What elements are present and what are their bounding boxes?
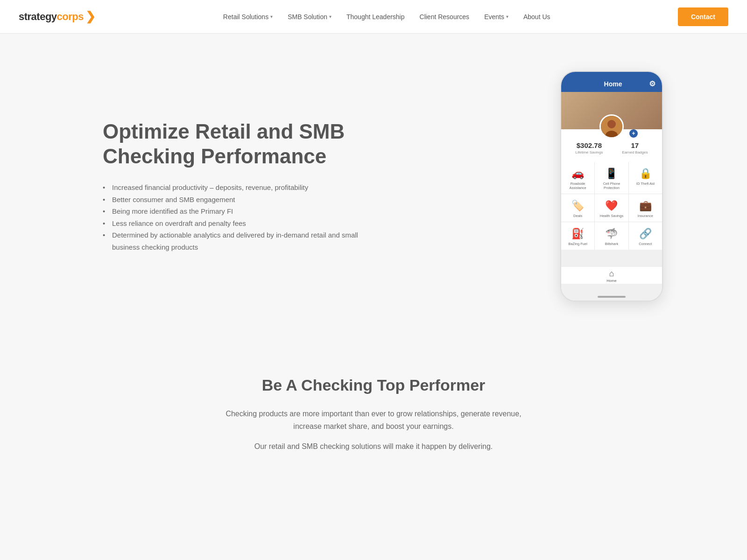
grid-item-billshark[interactable]: 🦈 Billshark [595,222,628,250]
hero-bullets: Increased financial productivity – depos… [103,182,374,253]
phone-header: Home ⚙ [561,76,662,92]
phone-grid: 🚗 Roadside Assistance 📱 Cell Phone Prote… [561,162,662,250]
phone-device: Home ⚙ + $302.7 [560,71,663,301]
grid-item-roadside[interactable]: 🚗 Roadside Assistance [561,162,594,194]
phone-status-bar [561,72,662,76]
grid-item-insurance[interactable]: 💼 Insurance [629,194,662,222]
nav-links-list: Retail Solutions ▾ SMB Solution ▾ Though… [223,13,550,21]
contact-button[interactable]: Contact [678,7,728,26]
nav-link-thought-leadership[interactable]: Thought Leadership [346,13,405,21]
id-theft-icon: 🔒 [639,168,652,180]
bullet-2: Better consumer and SMB engagement [103,194,374,206]
chevron-down-icon: ▾ [329,14,331,19]
bullet-3: Being more identified as the Primary FI [103,205,374,217]
deals-icon: 🏷️ [571,200,584,212]
nav-link-smb-solution[interactable]: SMB Solution ▾ [288,13,331,21]
stat-savings-value: $302.78 [576,141,603,149]
avatar [599,114,624,139]
fuel-icon: ⛽ [571,228,584,240]
checker-section: Be A Checking Top Performer Checking pro… [0,339,747,489]
chevron-down-icon: ▾ [506,14,508,19]
grid-label-deals: Deals [573,214,582,218]
nav-item-client-resources[interactable]: Client Resources [420,13,470,21]
chevron-down-icon: ▾ [270,14,273,19]
grid-item-health-savings[interactable]: ❤️ Health Savings [595,194,628,222]
nav-link-retail-solutions[interactable]: Retail Solutions ▾ [223,13,273,21]
checker-body-2: Our retail and SMB checking solutions wi… [224,440,523,453]
svg-point-1 [607,120,616,128]
bullet-5: Determined by actionable analytics and d… [103,229,374,253]
bullet-1: Increased financial productivity – depos… [103,182,374,194]
checker-heading: Be A Checking Top Performer [19,376,728,394]
phone-nav-home-label: Home [606,279,616,283]
nav-item-retail-solutions[interactable]: Retail Solutions ▾ [223,13,273,21]
stat-badges: 17 Earned Badges [622,141,648,154]
grid-item-cell-phone[interactable]: 📱 Cell Phone Protection [595,162,628,194]
navigation: strategycorps ❯ Retail Solutions ▾ SMB S… [0,0,747,34]
phone-mockup: Home ⚙ + $302.7 [560,71,663,301]
phone-hero-image: + [561,92,662,129]
grid-item-bazing-fuel[interactable]: ⛽ BaZing Fuel [561,222,594,250]
logo-corps: corps [57,11,84,23]
grid-label-roadside: Roadside Assistance [563,182,592,190]
grid-label-connect: Connect [639,242,652,246]
gear-icon: ⚙ [649,79,655,88]
nav-item-about-us[interactable]: About Us [523,13,550,21]
grid-label-id-theft: ID Theft Aid [636,182,655,186]
phone-bottom-bar [561,284,662,301]
plus-icon: + [629,129,638,138]
insurance-icon: 💼 [639,200,652,212]
grid-item-id-theft[interactable]: 🔒 ID Theft Aid [629,162,662,194]
nav-link-client-resources[interactable]: Client Resources [420,13,470,21]
hero-heading: Optimize Retail and SMB Checking Perform… [103,119,374,169]
stat-badges-label: Earned Badges [622,150,648,154]
health-icon: ❤️ [605,200,618,212]
home-icon: ⌂ [609,269,614,279]
brand-logo[interactable]: strategycorps ❯ [19,9,96,24]
stat-savings: $302.78 Lifetime Savings [576,141,603,154]
grid-label-billshark: Billshark [605,242,618,246]
cellphone-icon: 📱 [605,168,618,180]
nav-item-smb-solution[interactable]: SMB Solution ▾ [288,13,331,21]
hero-section: Optimize Retail and SMB Checking Perform… [0,34,747,339]
checker-body-1: Checking products are more important tha… [224,407,523,433]
grid-label-cell-phone: Cell Phone Protection [597,182,626,190]
connect-icon: 🔗 [639,228,652,240]
billshark-icon: 🦈 [605,228,618,240]
phone-header-title: Home [604,80,622,88]
nav-link-about-us[interactable]: About Us [523,13,550,21]
hero-content: Optimize Retail and SMB Checking Perform… [103,119,374,253]
nav-item-events[interactable]: Events ▾ [484,13,508,21]
phone-nav-bar: ⌂ Home [561,266,662,284]
logo-chevron-icon: ❯ [85,9,96,24]
nav-link-events[interactable]: Events ▾ [484,13,508,21]
phone-empty-row [561,250,662,266]
stat-badges-value: 17 [622,141,648,149]
nav-item-thought-leadership[interactable]: Thought Leadership [346,13,405,21]
grid-item-connect[interactable]: 🔗 Connect [629,222,662,250]
home-indicator [598,296,626,298]
stat-savings-label: Lifetime Savings [576,150,603,154]
grid-label-insurance: Insurance [638,214,653,218]
roadside-icon: 🚗 [571,168,584,180]
grid-label-bazing-fuel: BaZing Fuel [568,242,587,246]
grid-label-health-savings: Health Savings [600,214,623,218]
grid-item-deals[interactable]: 🏷️ Deals [561,194,594,222]
logo-strategy: strategy [19,11,57,23]
bullet-4: Less reliance on overdraft and penalty f… [103,217,374,230]
